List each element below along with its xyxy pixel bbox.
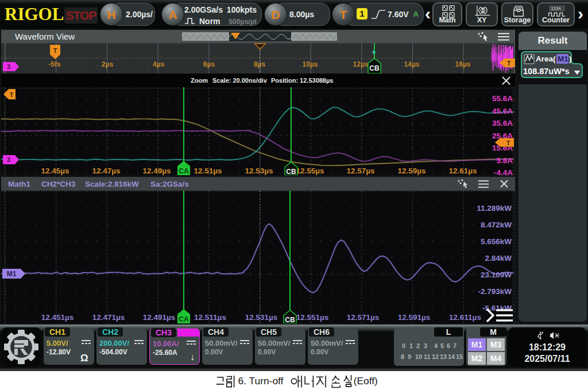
svg-text:12.53µs: 12.53µs [245, 167, 273, 175]
svg-text:12.591µs: 12.591µs [398, 313, 431, 322]
svg-text:12.59µs: 12.59µs [397, 167, 425, 175]
svg-text:2.84kW: 2.84kW [485, 254, 512, 262]
svg-text:2µs: 2µs [102, 60, 114, 68]
svg-text:55.6A: 55.6A [492, 94, 513, 103]
svg-text:(Eoff): (Eoff) [354, 375, 378, 387]
svg-text:6. Turn-off: 6. Turn-off [238, 375, 284, 387]
svg-text:12.45µs: 12.45µs [41, 167, 69, 175]
svg-text:12.571µs: 12.571µs [347, 313, 380, 322]
svg-text:12.471µs: 12.471µs [92, 313, 125, 322]
svg-text:5.656kW: 5.656kW [481, 237, 512, 246]
svg-text:CB: CB [286, 168, 296, 175]
svg-text:CB: CB [285, 316, 295, 323]
svg-text:M1: M1 [7, 270, 17, 278]
svg-text:T: T [507, 60, 511, 67]
svg-text:8.472kW: 8.472kW [481, 221, 512, 229]
svg-text:10µs: 10µs [303, 60, 318, 68]
svg-text:12.551µs: 12.551µs [296, 313, 329, 322]
svg-text:12.531µs: 12.531µs [245, 313, 278, 322]
svg-text:11.289kW: 11.289kW [477, 204, 512, 213]
svg-text:12.55µs: 12.55µs [296, 167, 324, 175]
svg-text:-2.793kW: -2.793kW [478, 287, 512, 296]
svg-text:6µs: 6µs [203, 60, 215, 68]
svg-text:CA: CA [179, 315, 189, 323]
svg-text:12.511µs: 12.511µs [194, 313, 226, 322]
svg-text:12.49µs: 12.49µs [142, 167, 171, 175]
svg-text:12µs: 12µs [353, 60, 369, 68]
svg-text:12.51µs: 12.51µs [194, 167, 222, 175]
svg-text:CB: CB [369, 64, 380, 72]
svg-text:1234: 1234 [551, 6, 562, 11]
svg-text:23.109W: 23.109W [481, 271, 512, 279]
svg-text:45.6A: 45.6A [492, 107, 513, 115]
svg-text:14µs: 14µs [404, 60, 420, 68]
svg-text:4µs: 4µs [153, 60, 165, 68]
svg-text:-4.4A: -4.4A [494, 168, 513, 175]
svg-text:12.491µs: 12.491µs [143, 313, 176, 322]
svg-text:3: 3 [7, 63, 10, 70]
svg-text:T: T [53, 47, 57, 54]
svg-text:8µs: 8µs [254, 60, 266, 68]
svg-text:12.61µs: 12.61µs [448, 167, 477, 175]
svg-text:12.611µs: 12.611µs [449, 313, 481, 322]
svg-text:CA: CA [179, 167, 189, 175]
svg-text:T: T [10, 91, 14, 98]
svg-text:12.57µs: 12.57µs [346, 167, 374, 175]
svg-text:3: 3 [7, 156, 10, 163]
svg-text:35.6A: 35.6A [492, 119, 513, 128]
svg-text:-5fs: -5fs [48, 60, 61, 68]
svg-text:T: T [506, 140, 510, 146]
svg-text:16µs: 16µs [455, 60, 471, 68]
svg-text:12.451µs: 12.451µs [41, 313, 74, 322]
svg-text:5.6A: 5.6A [496, 156, 513, 165]
svg-text:12.47µs: 12.47µs [92, 167, 120, 175]
